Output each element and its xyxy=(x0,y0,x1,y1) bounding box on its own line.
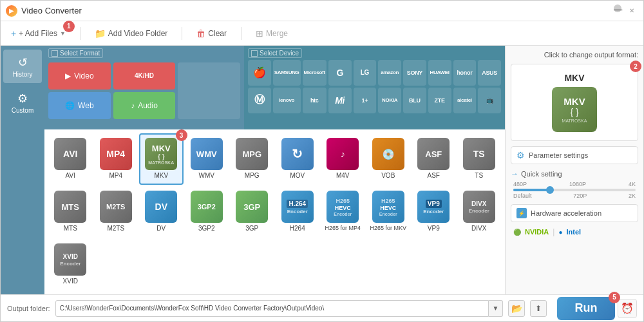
browse-folder-button[interactable]: 📂 xyxy=(508,300,525,317)
device-motorola[interactable]: Ⓜ xyxy=(248,88,271,113)
h265mkv-icon: H265 HEVC Encoder xyxy=(372,191,404,223)
minimize-button[interactable]: — xyxy=(614,5,621,12)
path-dropdown-button[interactable]: ▼ xyxy=(489,300,503,317)
format-dv[interactable]: DV DV xyxy=(139,186,184,238)
sidebar-item-history[interactable]: ↺ History xyxy=(3,50,42,83)
device-oneplus[interactable]: 1+ xyxy=(354,88,377,113)
mpg-icon-box: MPG xyxy=(235,137,269,171)
device-nokia[interactable]: NOKIA xyxy=(378,88,401,113)
wmv-icon: WMV xyxy=(191,138,223,170)
format-audio-button[interactable]: ♪ Audio xyxy=(113,92,176,119)
format-m2ts[interactable]: M2TS M2TS xyxy=(94,186,138,238)
format-h265mp4[interactable]: H265 HEVC Encoder H265 for MP4 xyxy=(321,186,365,238)
m4v-label: M4V xyxy=(336,172,350,179)
slider-thumb[interactable] xyxy=(546,186,554,194)
format-asf[interactable]: ASF ASF xyxy=(412,133,456,185)
quick-setting-icon: → xyxy=(511,169,518,178)
avi-icon: AVI xyxy=(54,138,86,170)
device-zte[interactable]: ZTE xyxy=(428,88,451,113)
quick-setting-section: → Quick setting 480P 1080P 4K Default xyxy=(511,169,638,199)
format-wmv[interactable]: WMV WMV xyxy=(185,133,229,185)
output-path-input[interactable] xyxy=(55,300,489,317)
add-files-button[interactable]: + + Add Files ▼ 1 xyxy=(7,26,70,41)
m4v-icon: ♪ xyxy=(327,138,359,170)
ts-icon: TS xyxy=(463,138,495,170)
device-samsung[interactable]: SAMSUNG xyxy=(273,60,301,86)
output-folder-label: Output folder: xyxy=(7,305,50,312)
device-apple[interactable]: 🍎 xyxy=(248,60,271,86)
device-asus[interactable]: ASUS xyxy=(478,60,501,86)
add-folder-button[interactable]: 📁 Add Video Folder xyxy=(91,26,172,41)
h265mp4-icon-box: H265 HEVC Encoder xyxy=(326,190,359,223)
format-m4v[interactable]: ♪ M4V xyxy=(321,133,365,185)
format-4k-button[interactable]: 4K/HD xyxy=(113,62,176,90)
device-microsoft[interactable]: Microsoft xyxy=(303,60,327,86)
format-mp4[interactable]: MP4 MP4 xyxy=(94,133,138,185)
format-vob[interactable]: 💿 VOB xyxy=(366,133,411,185)
device-mi[interactable]: Mi xyxy=(328,88,352,113)
3gp-label: 3GP xyxy=(245,225,258,232)
hw-icon: ⚡ xyxy=(516,208,527,218)
device-blu[interactable]: BLU xyxy=(403,88,426,113)
xvid-label: XVID xyxy=(63,278,78,285)
dv-icon: DV xyxy=(145,191,177,223)
device-lenovo[interactable]: lenovo xyxy=(273,88,301,113)
device-google[interactable]: G xyxy=(328,60,352,86)
format-ts[interactable]: TS TS xyxy=(457,133,502,185)
run-button[interactable]: 5 Run xyxy=(557,297,615,320)
format-mts[interactable]: MTS MTS xyxy=(48,186,93,238)
alarm-button[interactable]: ⏰ xyxy=(618,299,637,318)
device-checkbox[interactable] xyxy=(251,50,258,57)
close-button[interactable]: ✕ xyxy=(625,5,638,17)
slider-track[interactable] xyxy=(513,189,636,191)
vob-icon: 💿 xyxy=(372,138,404,170)
format-h264[interactable]: H.264 Encoder H264 xyxy=(276,186,320,238)
web-icon: 🌐 xyxy=(65,101,75,110)
device-sony[interactable]: SONY xyxy=(403,60,426,86)
format-mpg[interactable]: MPG MPG xyxy=(230,133,274,185)
h265mp4-icon: H265 HEVC Encoder xyxy=(327,191,359,223)
device-alcatel[interactable]: alcatel xyxy=(453,88,477,113)
gpu-row: 🟢 NVIDIA | ● Intel xyxy=(511,227,638,236)
parameter-settings-button[interactable]: ⚙ Parameter settings xyxy=(511,146,638,164)
m2ts-label: M2TS xyxy=(107,225,124,232)
device-tv[interactable]: 📺 xyxy=(478,88,501,113)
device-htc[interactable]: htc xyxy=(303,88,327,113)
format-vp9[interactable]: VP9 Encoder VP9 xyxy=(412,186,456,238)
selected-format-name: MKV xyxy=(564,73,584,83)
format-mov[interactable]: ↻ MOV xyxy=(276,133,320,185)
h265mkv-icon-box: H265 HEVC Encoder xyxy=(372,190,405,223)
3gp-icon-box: 3GP xyxy=(235,190,269,223)
merge-button[interactable]: ⊞ Merge xyxy=(252,26,292,41)
audio-icon: ♪ xyxy=(131,101,135,110)
device-lg[interactable]: LG xyxy=(354,60,377,86)
format-mkv[interactable]: 3 MKV { } MATROSKA MKV xyxy=(139,133,184,185)
device-amazon[interactable]: amazon xyxy=(378,60,401,86)
format-web-button[interactable]: 🌐 Web xyxy=(48,92,111,119)
format-3gp2[interactable]: 3GP2 3GP2 xyxy=(185,186,229,238)
format-avi[interactable]: AVI AVI xyxy=(48,133,93,185)
format-h265mkv[interactable]: H265 HEVC Encoder H265 for MKV xyxy=(366,186,411,238)
mp4-icon-box: MP4 xyxy=(99,137,133,171)
merge-icon: ⊞ xyxy=(256,28,263,39)
format-video-button[interactable]: ▶ Video xyxy=(48,62,111,90)
3gp2-icon: 3GP2 xyxy=(191,191,223,223)
app-icon: ▶ xyxy=(6,5,17,17)
wmv-icon-box: WMV xyxy=(190,137,223,171)
sidebar-item-custom[interactable]: ⚙ Custom xyxy=(3,86,42,119)
format-checkbox[interactable] xyxy=(52,50,58,57)
device-huawei[interactable]: HUAWEI xyxy=(428,60,451,86)
hardware-acceleration-button[interactable]: ⚡ Hardware acceleration xyxy=(511,204,638,222)
clear-button[interactable]: 🗑 Clear xyxy=(193,26,231,41)
export-icon: ⬆ xyxy=(535,304,542,313)
bottom-bar: Output folder: ▼ 📂 ⬆ 5 Run ⏰ xyxy=(1,294,643,321)
format-xvid[interactable]: XVID Encoder XVID xyxy=(48,239,93,290)
format-divx[interactable]: DIVX Encoder DIVX xyxy=(457,186,502,238)
title-controls: — ✕ xyxy=(614,5,638,17)
m2ts-icon-box: M2TS xyxy=(99,190,133,223)
format-3gp[interactable]: 3GP 3GP xyxy=(230,186,274,238)
avi-label: AVI xyxy=(66,172,75,179)
device-honor[interactable]: honor xyxy=(453,60,477,86)
export-button[interactable]: ⬆ xyxy=(530,300,547,317)
add-files-badge: 1 xyxy=(63,21,75,32)
